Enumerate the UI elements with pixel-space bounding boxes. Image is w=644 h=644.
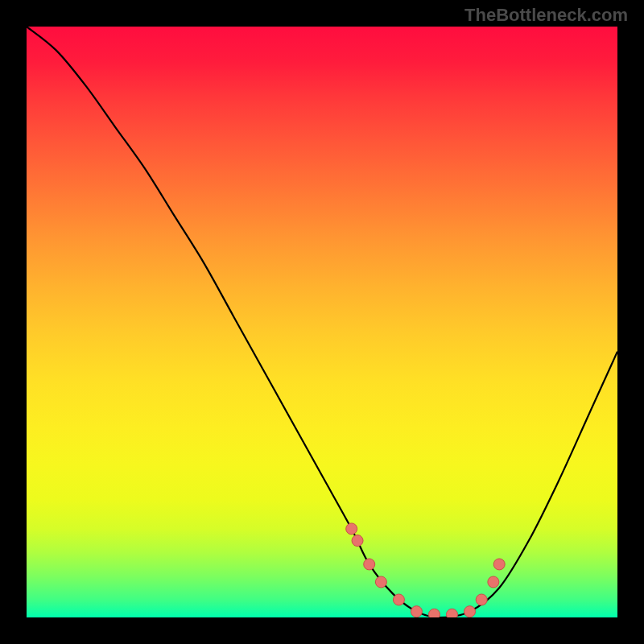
marker-point	[352, 535, 363, 547]
marker-point	[364, 559, 375, 570]
marker-point	[346, 523, 357, 535]
marker-point	[411, 606, 422, 617]
bottleneck-curve	[27, 27, 617, 617]
marker-point	[428, 609, 440, 617]
chart-svg	[27, 27, 617, 617]
marker-point	[446, 609, 457, 617]
marker-point	[464, 606, 476, 617]
marker-point	[476, 594, 487, 605]
plot-area	[27, 27, 617, 617]
highlight-markers	[346, 523, 506, 617]
watermark-text: TheBottleneck.com	[464, 5, 628, 26]
marker-point	[493, 559, 505, 570]
marker-point	[375, 576, 386, 588]
marker-point	[393, 594, 404, 605]
marker-point	[488, 576, 499, 588]
